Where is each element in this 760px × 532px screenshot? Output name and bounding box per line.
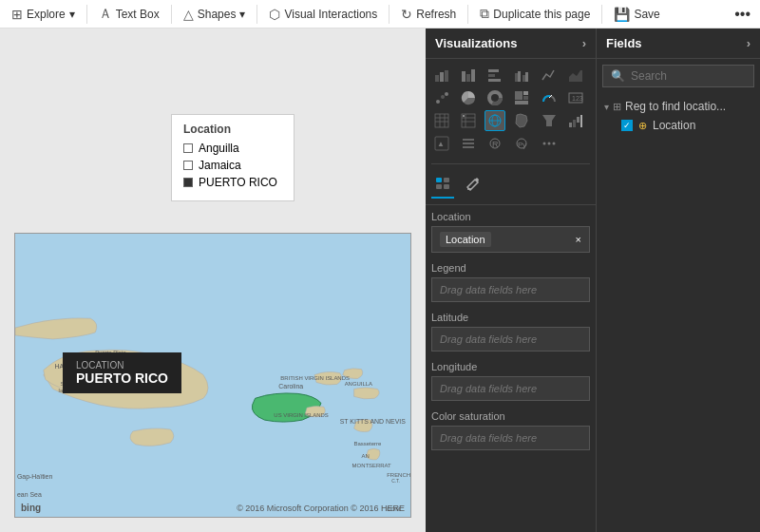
viz-icon-horizontal-bar[interactable] [484,65,505,86]
svg-rect-25 [440,72,444,82]
viz-icon-gauge[interactable] [539,87,560,108]
viz-icon-scatter[interactable] [431,87,452,108]
map-visual[interactable]: Location 📌 ⬜ ••• — — [14,233,411,518]
svg-point-38 [436,100,440,104]
svg-rect-24 [435,75,439,82]
svg-rect-29 [471,69,475,82]
viz-icon-waterfall[interactable] [565,110,586,131]
svg-rect-33 [515,73,518,82]
more-icon: ••• [734,6,750,23]
svg-rect-45 [523,96,528,100]
separator-2 [171,5,172,24]
puerto-rico-tooltip: LOCATION PUERTO RICO [63,352,181,393]
viz-icon-stacked-bar[interactable] [431,65,452,86]
field-well-location-drop[interactable]: Location × [431,226,590,253]
legend-item-anguilla: Anguilla [183,142,282,155]
svg-text:Carolina: Carolina [278,383,303,390]
tooltip-value: PUERTO RICO [76,370,168,386]
svg-rect-65 [573,120,576,127]
fields-panel: Fields › 🔍 ▾ ⊞ Reg to find locatio... ✓ [597,28,760,532]
viz-icon-pie[interactable] [458,87,479,108]
svg-rect-66 [577,117,580,123]
field-well-latitude-drop[interactable]: Drag data fields here [431,327,590,352]
svg-text:FRENCH: FRENCH [387,472,410,478]
viz-icons-grid: 123 [426,59,596,160]
textbox-icon: Ａ [99,6,112,23]
svg-point-39 [441,95,445,99]
duplicate-button[interactable]: ⧉ Duplicate this page [472,3,598,25]
tooltip-location-label: LOCATION [76,360,168,370]
viz-icon-kpi[interactable]: ▲ [431,133,452,154]
viz-icon-matrix[interactable] [458,110,479,131]
textbox-button[interactable]: Ａ Text Box [91,3,167,26]
svg-text:R: R [492,140,499,149]
legend-item-jamaica: Jamaica [183,159,282,172]
viz-icon-funnel[interactable] [539,110,560,131]
svg-point-78 [547,142,550,145]
svg-rect-35 [522,75,525,82]
fields-header: Fields › [597,28,760,59]
location-checkbox[interactable]: ✓ [621,120,633,131]
location-chip-remove[interactable]: × [576,234,581,245]
viz-icon-map[interactable] [484,110,505,131]
svg-rect-59 [463,115,465,117]
search-input[interactable] [631,69,746,83]
canvas-area[interactable]: Location Anguilla Jamaica PUERTO RICO Lo… [0,28,426,532]
separator-3 [256,5,257,24]
viz-icon-table[interactable] [431,110,452,131]
save-button[interactable]: 💾 Save [606,4,667,25]
viz-icon-bar[interactable] [458,65,479,86]
location-field-label: Location [653,119,695,132]
viz-icon-grouped-bar[interactable] [511,65,532,86]
visual-interactions-button[interactable]: ⬡ Visual Interactions [261,4,385,25]
viz-icon-area[interactable] [565,65,586,86]
field-well-longitude-drop[interactable]: Drag data fields here [431,376,590,401]
legend-swatch-jamaica [183,161,193,170]
tree-header-reg[interactable]: ▾ ⊞ Reg to find locatio... [602,97,754,116]
viz-icon-filled-map[interactable] [511,110,532,131]
viz-icon-line[interactable] [539,65,560,86]
svg-rect-46 [515,101,528,104]
svg-text:123: 123 [572,95,583,102]
viz-expand-icon[interactable]: › [582,36,586,50]
main-area: Location Anguilla Jamaica PUERTO RICO Lo… [0,28,760,532]
viz-icon-more[interactable] [539,133,560,154]
visual-interactions-icon: ⬡ [269,7,280,22]
field-well-color: Color saturation Drag data fields here [431,410,590,450]
right-panel: Visualizations › [426,28,760,532]
more-button[interactable]: ••• [729,6,756,23]
viz-icon-py[interactable]: Py [511,133,532,154]
legend-table: Location Anguilla Jamaica PUERTO RICO [171,114,294,201]
tree-label-reg: Reg to find locatio... [625,100,726,113]
legend-swatch-puerto-rico [183,178,193,187]
viz-tab-fields[interactable] [431,174,454,199]
viz-icon-treemap[interactable] [511,87,532,108]
search-box[interactable]: 🔍 [602,65,754,87]
viz-header: Visualizations › [426,28,596,59]
field-well-legend: Legend Drag data fields here [431,262,590,302]
svg-rect-50 [435,114,448,127]
viz-icon-custom[interactable]: R [484,133,505,154]
svg-text:ean Sea: ean Sea [17,491,42,498]
viz-icon-slicer[interactable] [458,133,479,154]
svg-point-79 [552,142,555,145]
bing-logo: bing [21,503,41,513]
svg-text:ANGUILLA: ANGUILLA [345,381,372,387]
explore-button[interactable]: ⊞ Explore ▾ [4,4,83,25]
toolbar: ⊞ Explore ▾ Ａ Text Box △ Shapes ▾ ⬡ Visu… [0,0,760,28]
field-well-legend-drop[interactable]: Drag data fields here [431,277,590,302]
viz-icon-donut[interactable] [484,87,505,108]
field-well-color-drop[interactable]: Drag data fields here [431,426,590,450]
map-copyright: © 2016 Microsoft Corporation © 2016 HERE [237,504,405,513]
viz-tab-format[interactable] [462,174,484,199]
shapes-button[interactable]: △ Shapes ▾ [176,4,254,25]
separator-6 [601,5,602,24]
svg-point-77 [542,142,545,145]
svg-rect-34 [518,71,521,82]
svg-text:AN: AN [361,453,369,459]
viz-icon-card[interactable]: 123 [565,87,586,108]
refresh-button[interactable]: ↻ Refresh [393,4,464,25]
tree-item-location[interactable]: ✓ ⊕ Location [602,116,754,135]
fields-expand-icon[interactable]: › [747,36,750,50]
duplicate-icon: ⧉ [480,6,489,22]
